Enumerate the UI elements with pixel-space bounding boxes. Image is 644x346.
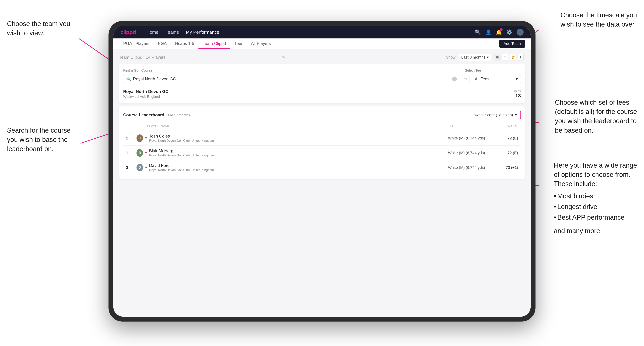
player-rank: 1 (126, 136, 136, 141)
tab-hcaps[interactable]: Hcaps 1-5 (171, 39, 198, 49)
show-dropdown[interactable]: Last 3 months ▾ (459, 54, 492, 61)
course-info: Royal North Devon GC Westward Ho!, Engla… (123, 89, 513, 99)
col-tee: TEE (448, 124, 497, 128)
player-info: David Ford Royal North Devon Golf Club, … (147, 163, 448, 172)
tab-pga[interactable]: PGA (154, 39, 171, 49)
annotation-top-right: Choose the timescale you wish to see the… (560, 10, 637, 29)
player-tee: White (M) (6,744 yds) (448, 165, 497, 170)
player-name: Blair McHarg (149, 148, 448, 153)
player-score: 72 (E) (497, 136, 518, 141)
leaderboard-rows: 1 J ♥ Josh Coles Royal North Devon Golf … (123, 131, 521, 175)
player-tee: White (M) (6,744 yds) (448, 151, 497, 155)
navbar-links: Home Teams My Performance (146, 29, 474, 35)
team-title: Team Clippd | 14 Players (119, 55, 280, 60)
table-row: 3 D ♥ David Ford Royal North Devon Golf … (123, 160, 521, 175)
chevron-down-icon: ▾ (487, 55, 489, 60)
favourite-heart-icon[interactable]: ♥ (145, 151, 147, 155)
player-tee: White (M) (6,744 yds) (448, 136, 497, 141)
course-search-input[interactable]: 🔍 Royal North Devon GC × (123, 75, 460, 83)
annotation-top-left: Choose the team you wish to view. (7, 19, 70, 38)
subnav: PGAT Players PGA Hcaps 1-5 Team Clippd T… (114, 38, 530, 49)
find-course-label: Find a Golf Course (123, 68, 460, 72)
table-row: 1 J ♥ Josh Coles Royal North Devon Golf … (123, 131, 521, 145)
bullet-app: Best APP performance (554, 213, 637, 222)
score-dropdown[interactable]: Lowest Score (18 holes) ▾ (468, 111, 521, 119)
search-row: 🔍 Royal North Devon GC × ☆ All Tees ▾ (123, 75, 521, 83)
favourite-button[interactable]: ☆ (462, 75, 470, 83)
notification-icon[interactable]: 🔔 (496, 29, 502, 35)
notification-badge (500, 28, 502, 31)
player-club: Royal North Devon Golf Club, United King… (149, 139, 448, 143)
team-header: Team Clippd | 14 Players ✎ Show: Last 3 … (119, 54, 525, 61)
nav-teams[interactable]: Teams (166, 29, 179, 35)
show-label: Show: (446, 55, 456, 60)
navbar: clippd Home Teams My Performance 🔍 👤 🔔 ⚙… (114, 26, 530, 38)
nav-home[interactable]: Home (146, 29, 158, 35)
annotation-right-tees: Choose which set of tees (default is all… (555, 98, 637, 135)
leaderboard-title: Course Leaderboard, Last 3 months (123, 113, 468, 117)
user-avatar[interactable]: 👤 (516, 29, 524, 36)
nav-my-performance[interactable]: My Performance (186, 29, 219, 35)
player-rank: 1 (126, 151, 136, 155)
settings-icon[interactable]: ⚙️ (506, 29, 512, 35)
tab-pgat-players[interactable]: PGAT Players (119, 39, 154, 49)
score-chevron-icon: ▾ (515, 113, 517, 117)
grid-view-button[interactable]: ⊞ (494, 54, 500, 60)
annotation-right-options: Here you have a wide range of options to… (554, 161, 637, 236)
navbar-icons: 🔍 👤 🔔 ⚙️ 👤 (474, 29, 524, 36)
leaderboard-header: Course Leaderboard, Last 3 months Lowest… (123, 111, 521, 119)
list-view-button[interactable]: ☰ (502, 54, 508, 60)
and-more-text: and many more! (554, 226, 637, 236)
col-player-name: PLAYER NAME (147, 124, 448, 128)
view-icons: ⊞ ☰ 🏆 ⬇ (494, 54, 524, 60)
search-value: Royal North Devon GC (133, 77, 450, 81)
bullet-birdies: Most birdies (554, 191, 637, 201)
clear-button[interactable]: × (452, 77, 457, 81)
table-row: 1 B ♥ Blair McHarg Royal North Devon Gol… (123, 145, 521, 160)
favourite-heart-icon[interactable]: ♥ (145, 166, 147, 169)
add-team-button[interactable]: Add Team (499, 40, 525, 48)
player-avatar: B (136, 149, 143, 157)
favourite-heart-icon[interactable]: ♥ (145, 136, 147, 140)
player-info: Josh Coles Royal North Devon Golf Club, … (147, 134, 448, 143)
search-icon[interactable]: 🔍 (474, 29, 481, 35)
tab-tour[interactable]: Tour (230, 39, 247, 49)
edit-icon[interactable]: ✎ (282, 55, 285, 60)
player-rank: 3 (126, 165, 136, 170)
course-name: Royal North Devon GC (123, 89, 513, 94)
bullet-drive: Longest drive (554, 202, 637, 211)
tee-chevron-icon: ▾ (516, 77, 518, 81)
player-avatar: J (136, 134, 143, 142)
player-avatar-wrap: B ♥ (136, 149, 147, 157)
player-info: Blair McHarg Royal North Devon Golf Club… (147, 148, 448, 157)
main-content: Team Clippd | 14 Players ✎ Show: Last 3 … (114, 49, 530, 317)
annotation-middle-left: Search for the course you wish to base t… (7, 126, 70, 154)
search-card: Find a Golf Course Select Tee 🔍 Royal No… (119, 64, 525, 103)
tablet-frame: clippd Home Teams My Performance 🔍 👤 🔔 ⚙… (108, 21, 536, 322)
tab-all-players[interactable]: All Players (247, 39, 275, 49)
col-rank (126, 124, 136, 128)
tab-team-clippd[interactable]: Team Clippd (198, 39, 230, 49)
col-score: SCORE (497, 124, 518, 128)
holes-label: Holes (513, 89, 521, 93)
leaderboard-card: Course Leaderboard, Last 3 months Lowest… (119, 106, 525, 179)
holes-count: 18 (513, 93, 521, 99)
player-avatar: D (136, 164, 143, 172)
holes-box: Holes 18 (513, 89, 521, 99)
tablet-screen: clippd Home Teams My Performance 🔍 👤 🔔 ⚙… (114, 26, 530, 317)
download-button[interactable]: ⬇ (517, 54, 524, 60)
tee-select[interactable]: All Tees ▾ (472, 75, 521, 83)
select-tee-label: Select Tee (465, 68, 521, 72)
player-score: 72 (E) (497, 151, 518, 155)
search-labels: Find a Golf Course Select Tee (123, 68, 521, 72)
col-avatar (136, 124, 147, 128)
player-club: Royal North Devon Golf Club, United King… (149, 154, 448, 157)
search-icon-inner: 🔍 (126, 77, 131, 81)
player-club: Royal North Devon Golf Club, United King… (149, 168, 448, 172)
app-logo: clippd (120, 29, 136, 35)
people-icon[interactable]: 👤 (485, 29, 492, 35)
player-avatar-wrap: J ♥ (136, 134, 147, 142)
player-name: David Ford (149, 163, 448, 168)
course-result: Royal North Devon GC Westward Ho!, Engla… (123, 86, 521, 99)
trophy-view-button[interactable]: 🏆 (510, 54, 516, 60)
